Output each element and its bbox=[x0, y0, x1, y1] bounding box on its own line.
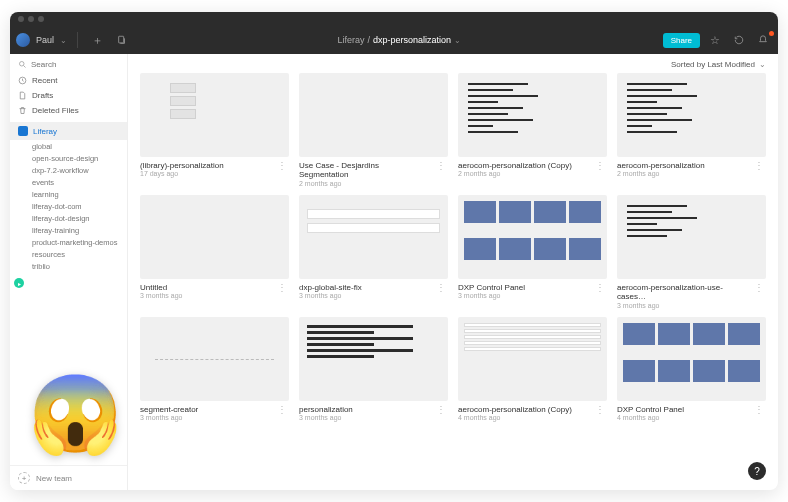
sidebar-drafts[interactable]: Drafts bbox=[10, 88, 127, 103]
file-time: 3 months ago bbox=[140, 292, 182, 299]
kebab-icon[interactable]: ⋮ bbox=[434, 405, 448, 415]
file-time: 3 months ago bbox=[299, 414, 353, 421]
kebab-icon[interactable]: ⋮ bbox=[434, 283, 448, 293]
thumbnail bbox=[299, 195, 448, 279]
file-title: aerocom-personalization-use-cases… bbox=[617, 283, 748, 302]
new-team-button[interactable]: + New team bbox=[10, 465, 127, 490]
divider bbox=[77, 32, 78, 48]
breadcrumb-sep: / bbox=[368, 35, 371, 45]
file-title: aerocom-personalization (Copy) bbox=[458, 161, 572, 171]
file-card[interactable]: dxp-global-site-fix 3 months ago ⋮ bbox=[299, 195, 448, 309]
file-time: 17 days ago bbox=[140, 170, 224, 177]
file-title: Use Case - Desjardins Segmentation bbox=[299, 161, 430, 180]
help-button[interactable]: ? bbox=[748, 462, 766, 480]
file-time: 4 months ago bbox=[617, 414, 684, 421]
file-title: DXP Control Panel bbox=[458, 283, 525, 293]
file-card[interactable]: DXP Control Panel 3 months ago ⋮ bbox=[458, 195, 607, 309]
minimize-dot[interactable] bbox=[28, 16, 34, 22]
search-row[interactable] bbox=[10, 58, 127, 73]
sidebar-team[interactable]: Liferay bbox=[10, 122, 127, 140]
file-title: aerocom-personalization (Copy) bbox=[458, 405, 572, 415]
thumbnail bbox=[140, 317, 289, 401]
file-title: (library)-personalization bbox=[140, 161, 224, 171]
sort-control[interactable]: Sorted by Last Modified ⌄ bbox=[140, 60, 766, 73]
thumbnail bbox=[458, 195, 607, 279]
file-card[interactable]: aerocom-personalization-use-cases… 3 mon… bbox=[617, 195, 766, 309]
maximize-dot[interactable] bbox=[38, 16, 44, 22]
sidebar-deleted[interactable]: Deleted Files bbox=[10, 103, 127, 118]
sidebar-project[interactable]: triblio bbox=[32, 262, 127, 271]
sidebar-item-label: Drafts bbox=[32, 91, 53, 100]
sidebar-item-label: Deleted Files bbox=[32, 106, 79, 115]
kebab-icon[interactable]: ⋮ bbox=[752, 283, 766, 293]
new-file-icon[interactable] bbox=[113, 33, 131, 47]
file-card[interactable]: DXP Control Panel 4 months ago ⋮ bbox=[617, 317, 766, 421]
file-title: DXP Control Panel bbox=[617, 405, 684, 415]
thumbnail bbox=[458, 317, 607, 401]
file-time: 3 months ago bbox=[458, 292, 525, 299]
file-time: 3 months ago bbox=[299, 292, 362, 299]
sidebar-project[interactable]: resources bbox=[32, 250, 127, 259]
plus-circle-icon: + bbox=[18, 472, 30, 484]
history-icon[interactable] bbox=[730, 33, 748, 47]
file-card[interactable]: (library)-personalization 17 days ago ⋮ bbox=[140, 73, 289, 187]
file-card[interactable]: aerocom-personalization 2 months ago ⋮ bbox=[617, 73, 766, 187]
plus-icon[interactable]: ＋ bbox=[88, 31, 107, 50]
sidebar-item-label: Recent bbox=[32, 76, 57, 85]
file-card[interactable]: Use Case - Desjardins Segmentation 2 mon… bbox=[299, 73, 448, 187]
sidebar-projects: global open-source-design dxp-7.2-workfl… bbox=[10, 140, 127, 275]
chevron-down-icon: ⌄ bbox=[454, 36, 461, 45]
app-window: Paul ⌄ ＋ Liferay / dxp-personalization ⌄… bbox=[10, 12, 778, 490]
sort-label: Sorted by Last Modified bbox=[671, 60, 755, 69]
traffic-lights bbox=[18, 16, 44, 22]
file-card[interactable]: aerocom-personalization (Copy) 2 months … bbox=[458, 73, 607, 187]
new-team-label: New team bbox=[36, 474, 72, 483]
file-time: 2 months ago bbox=[617, 170, 705, 177]
kebab-icon[interactable]: ⋮ bbox=[275, 161, 289, 171]
sidebar-recent[interactable]: Recent bbox=[10, 73, 127, 88]
kebab-icon[interactable]: ⋮ bbox=[593, 283, 607, 293]
file-time: 4 months ago bbox=[458, 414, 572, 421]
breadcrumb-project: dxp-personalization bbox=[373, 35, 451, 45]
presence-indicator: ▸ bbox=[14, 278, 24, 288]
search-icon bbox=[18, 60, 27, 69]
sidebar-project[interactable]: events bbox=[32, 178, 127, 187]
sidebar-project[interactable]: open-source-design bbox=[32, 154, 127, 163]
scream-emoji-overlay: 😱 bbox=[28, 376, 123, 452]
search-input[interactable] bbox=[31, 60, 119, 69]
sidebar-project[interactable]: liferay-dot-com bbox=[32, 202, 127, 211]
trash-icon bbox=[18, 106, 27, 115]
kebab-icon[interactable]: ⋮ bbox=[593, 161, 607, 171]
share-button[interactable]: Share bbox=[663, 33, 700, 48]
file-time: 2 months ago bbox=[458, 170, 572, 177]
file-icon bbox=[18, 91, 27, 100]
kebab-icon[interactable]: ⋮ bbox=[752, 161, 766, 171]
sidebar-project[interactable]: liferay-training bbox=[32, 226, 127, 235]
user-name: Paul bbox=[36, 35, 54, 45]
sidebar-project[interactable]: global bbox=[32, 142, 127, 151]
file-time: 2 months ago bbox=[299, 180, 430, 187]
bell-icon[interactable] bbox=[754, 33, 772, 47]
file-card[interactable]: Untitled 3 months ago ⋮ bbox=[140, 195, 289, 309]
file-title: personalization bbox=[299, 405, 353, 415]
sidebar-project[interactable]: learning bbox=[32, 190, 127, 199]
kebab-icon[interactable]: ⋮ bbox=[434, 161, 448, 171]
user-menu[interactable]: Paul ⌄ ＋ bbox=[16, 31, 136, 50]
file-title: aerocom-personalization bbox=[617, 161, 705, 171]
clock-icon bbox=[18, 76, 27, 85]
file-title: Untitled bbox=[140, 283, 182, 293]
file-card[interactable]: personalization 3 months ago ⋮ bbox=[299, 317, 448, 421]
file-card[interactable]: aerocom-personalization (Copy) 4 months … bbox=[458, 317, 607, 421]
sidebar-project[interactable]: product-marketing-demos bbox=[32, 238, 127, 247]
chevron-down-icon: ⌄ bbox=[759, 60, 766, 69]
close-dot[interactable] bbox=[18, 16, 24, 22]
kebab-icon[interactable]: ⋮ bbox=[275, 405, 289, 415]
breadcrumb[interactable]: Liferay / dxp-personalization ⌄ bbox=[136, 35, 663, 45]
sidebar-project[interactable]: liferay-dot-design bbox=[32, 214, 127, 223]
star-icon[interactable]: ☆ bbox=[706, 32, 724, 49]
kebab-icon[interactable]: ⋮ bbox=[593, 405, 607, 415]
file-card[interactable]: segment-creator 3 months ago ⋮ bbox=[140, 317, 289, 421]
kebab-icon[interactable]: ⋮ bbox=[275, 283, 289, 293]
kebab-icon[interactable]: ⋮ bbox=[752, 405, 766, 415]
sidebar-project[interactable]: dxp-7.2-workflow bbox=[32, 166, 127, 175]
